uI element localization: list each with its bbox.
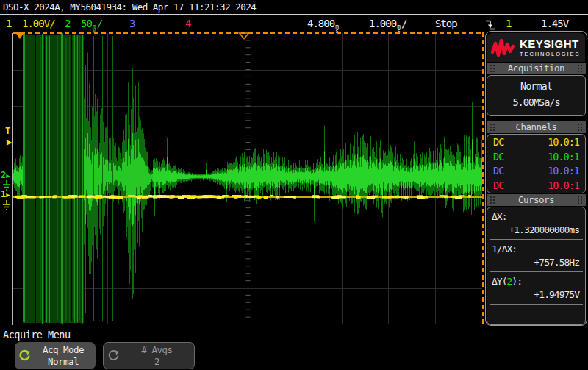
timebase-slash: /	[401, 18, 406, 29]
delta-y-label-pre: ΔY(	[492, 276, 506, 287]
rotate-knob-icon	[18, 349, 31, 362]
cursor-separator	[490, 304, 583, 305]
ch1-scale-value: 1.00	[22, 18, 44, 29]
softkey-acq-mode-label: Acq Mode	[31, 344, 96, 356]
channel2-ground-marker[interactable]: 2▶	[1, 171, 10, 180]
channel1-number[interactable]: 1	[6, 18, 11, 29]
softkey-acq-mode[interactable]: Acq Mode Normal	[15, 342, 96, 369]
ch2-probe: 10.0:1	[548, 150, 579, 165]
brand-name: KEYSIGHT	[520, 38, 580, 50]
channel1-ground-marker[interactable]: 1▶	[1, 191, 10, 199]
title-text: DSO-X 2024A, MY56041934: Wed Apr 17 11:2…	[3, 1, 256, 13]
delta-y-label-post: ):	[512, 276, 522, 287]
grip-icon	[578, 65, 579, 66]
grip-icon	[490, 196, 492, 198]
acquisition-panel: Normal 5.00MSa/s	[487, 75, 586, 116]
trigger-falling-edge-icon	[485, 18, 495, 30]
cursors-header-label: Cursors	[518, 194, 554, 205]
grip-icon	[578, 196, 579, 198]
ch1-probe: 10.0:1	[548, 135, 579, 150]
cursors-panel: ΔX: +1.320000000ms 1/ΔX: +757.58Hz ΔY(2)…	[487, 207, 586, 325]
ch2-marker-arrow: ▶	[6, 172, 10, 179]
grip-icon	[578, 124, 579, 125]
waveform-canvas	[13, 33, 482, 324]
keysight-logo: KEYSIGHT TECHNOLOGIES	[487, 33, 585, 62]
rotate-knob-icon-disabled	[107, 349, 120, 362]
channel4-info-row: DC10.0:1	[487, 179, 585, 193]
menu-title: Acquire Menu	[3, 329, 71, 341]
softkey-acq-mode-value: Normal	[31, 356, 96, 368]
delay-value: 4.800	[307, 18, 334, 29]
inverse-delta-x-value: +757.58Hz	[487, 257, 579, 268]
delta-y-value: +1.94975V	[487, 289, 579, 300]
ch4-probe: 10.0:1	[548, 179, 579, 193]
trigger-level-marker-arrow[interactable]: ▶	[7, 138, 12, 146]
softkey-num-avgs-value: 2	[120, 356, 194, 368]
ch3-coupling: DC	[493, 164, 503, 179]
channel1-scale[interactable]: 1.00V/	[22, 18, 55, 29]
ch3-probe: 10.0:1	[548, 164, 579, 179]
softkey-num-avgs[interactable]: # Avgs 2	[103, 342, 195, 369]
trigger-level-marker-label[interactable]: T	[5, 127, 10, 135]
ch1-scale-slash: /	[49, 18, 54, 29]
ch4-coupling: DC	[493, 179, 503, 193]
channel3-number[interactable]: 3	[129, 18, 135, 29]
title-bar: DSO-X 2024A, MY56041934: Wed Apr 17 11:2…	[3, 1, 256, 13]
channel2-number[interactable]: 2	[65, 18, 70, 29]
timebase-value: 1.000	[369, 18, 396, 29]
acquisition-sample-rate: 5.00MSa/s	[487, 96, 585, 108]
keysight-spark-icon	[491, 38, 516, 58]
ch1-marker-arrow: ▶	[6, 191, 10, 199]
channel2-scale[interactable]: 50mV/	[81, 18, 102, 32]
timebase-readout[interactable]: 1.000ms/	[369, 18, 406, 32]
trigger-position-marker[interactable]	[15, 32, 24, 39]
time-reference-marker	[238, 32, 250, 40]
channel1-ground-icon	[2, 200, 11, 210]
acquisition-header[interactable]: Acquisition	[487, 63, 586, 74]
acquisition-header-label: Acquisition	[508, 63, 564, 74]
grip-icon	[490, 124, 492, 125]
trigger-level[interactable]: 1.45V	[541, 18, 568, 29]
cursors-header[interactable]: Cursors	[487, 194, 586, 206]
brand-text: KEYSIGHT TECHNOLOGIES	[520, 38, 580, 57]
channels-panel: DC10.0:1 DC10.0:1 DC10.0:1 DC10.0:1	[487, 134, 586, 193]
trigger-source[interactable]: 1	[506, 18, 511, 29]
channels-header-label: Channels	[515, 121, 556, 132]
delta-y-label: ΔY(2):	[492, 276, 585, 287]
channel3-info-row: DC10.0:1	[487, 164, 585, 179]
grip-icon	[490, 65, 492, 66]
softkey-num-avgs-text: # Avgs 2	[120, 344, 194, 368]
channel1-info-row: DC10.0:1	[487, 135, 585, 150]
softkey-num-avgs-label: # Avgs	[120, 344, 194, 356]
ch2-scale-slash: /	[97, 18, 102, 29]
delay-readout[interactable]: 4.800ms	[307, 18, 340, 32]
delta-x-value: +1.320000000ms	[487, 224, 579, 235]
status-bar: 1 1.00V/ 2 50mV/ 3 4 4.800ms 1.000ms/ St…	[0, 15, 588, 32]
ch2-coupling: DC	[493, 150, 503, 165]
sidebar: KEYSIGHT TECHNOLOGIES Acquisition Normal…	[485, 31, 587, 326]
graticule-right-border	[482, 32, 484, 326]
plot-area: T ▶ 2▶ 1▶	[0, 32, 485, 327]
ch1-coupling: DC	[493, 135, 503, 150]
inverse-delta-x-label: 1/ΔX:	[492, 243, 585, 255]
run-state[interactable]: Stop	[435, 18, 457, 29]
cursor-separator	[490, 271, 583, 272]
channel4-number[interactable]: 4	[185, 18, 190, 29]
title-separator	[0, 14, 588, 15]
oscilloscope-screen: DSO-X 2024A, MY56041934: Wed Apr 17 11:2…	[0, 0, 588, 370]
channel2-info-row: DC10.0:1	[487, 150, 585, 165]
brand-sub: TECHNOLOGIES	[520, 51, 580, 57]
softkey-acq-mode-text: Acq Mode Normal	[31, 344, 96, 368]
channels-header[interactable]: Channels	[487, 121, 586, 133]
acquisition-mode: Normal	[487, 80, 585, 92]
ch2-scale-value: 50	[81, 18, 92, 29]
delta-x-label: ΔX:	[492, 211, 585, 222]
cursor-separator	[490, 239, 583, 240]
